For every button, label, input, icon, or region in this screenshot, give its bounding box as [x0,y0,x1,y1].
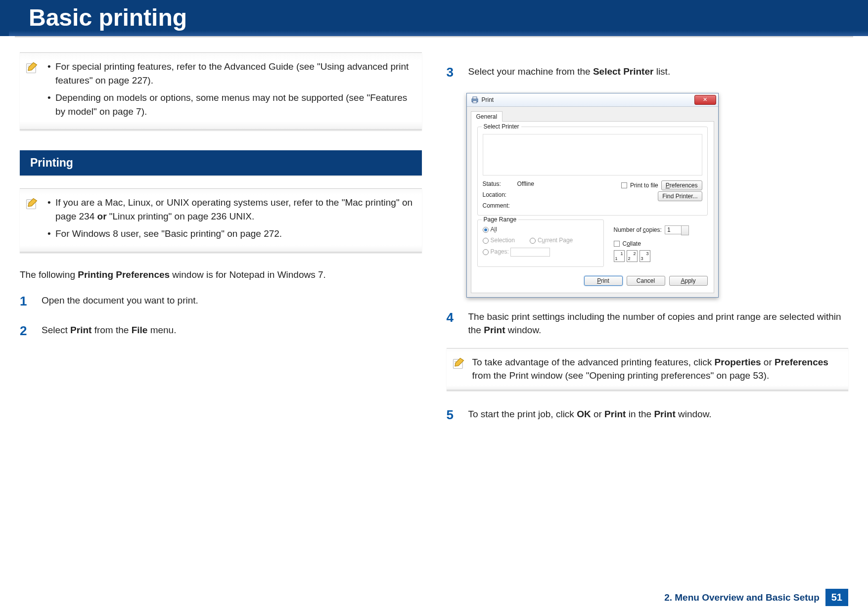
opt-pages-label: Pages: [491,248,509,255]
step-body: Select your machine from the Select Prin… [468,63,849,82]
radio-selection[interactable] [483,238,489,244]
step-3: 3 Select your machine from the Select Pr… [447,63,849,82]
preferences-label: references [670,182,698,189]
step-number: 4 [447,308,458,337]
preferences-button[interactable]: Preferences [661,180,702,190]
dialog-footer: Print Cancel Apply [477,276,708,286]
step-5: 5 To start the print job, click OK or Pr… [447,406,849,425]
step-body: Open the document you want to print. [42,292,422,311]
note2-item-1: For Windows 8 user, see "Basic printing"… [46,227,417,241]
print-button[interactable]: Print [584,276,623,286]
radio-pages[interactable] [483,249,489,255]
content-area: For special printing features, refer to … [0,38,868,436]
note1-item-0: For special printing features, refer to … [46,60,417,87]
note-box-2: If you are a Mac, Linux, or UNIX operati… [20,188,422,253]
collate-label: Collate [623,240,641,247]
step-number: 3 [447,63,458,82]
copies-label: Number of copies: [614,226,662,233]
svg-rect-4 [473,101,477,103]
note-box-3: To take advantage of the advanced printi… [447,348,849,391]
location-label: Location: [483,191,517,201]
dialog-body: General Select Printer Status: Offline P… [467,107,718,297]
note-content: To take advantage of the advanced printi… [472,355,844,383]
opt-selection-label: Selection [491,237,515,244]
select-printer-list[interactable] [483,134,702,175]
step-4: 4 The basic print settings including the… [447,308,849,337]
radio-all[interactable] [483,227,489,233]
step-number: 1 [20,292,32,311]
copies-spinner[interactable]: 1 [665,225,683,234]
step-2: 2 Select Print from the File menu. [20,322,422,341]
note-icon [452,356,465,370]
note-content: For special printing features, refer to … [46,60,417,122]
step-body: To start the print job, click OK or Prin… [468,406,849,425]
print-dialog-screenshot: Print ✕ General Select Printer Status: O… [466,93,849,298]
print-to-file-checkbox[interactable] [621,182,627,188]
status-label: Status: [483,180,517,190]
dialog-titlebar: Print ✕ [467,93,718,107]
opt-all-label: All [491,226,497,233]
note-box-1: For special printing features, refer to … [20,52,422,131]
step-body: The basic print settings including the n… [468,308,849,337]
left-column: For special printing features, refer to … [20,52,422,436]
right-column: 3 Select your machine from the Select Pr… [447,52,849,436]
note-content: If you are a Mac, Linux, or UNIX operati… [46,196,417,245]
section-heading-printing: Printing [20,150,422,175]
tab-general[interactable]: General [471,111,503,122]
note1-item-1: Depending on models or options, some men… [46,91,417,118]
title-bar: Basic printing [0,0,868,36]
page-range-legend: Page Range [482,216,519,223]
select-printer-legend: Select Printer [482,123,521,130]
collate-illustration: 1 2 3 [614,250,703,262]
opt-current-label: Current Page [538,237,573,244]
printer-icon [471,96,479,103]
note2-item-0: If you are a Mac, Linux, or UNIX operati… [46,196,417,223]
radio-current-page[interactable] [530,238,536,244]
find-printer-button[interactable]: Find Printer... [658,191,702,201]
select-printer-fieldset: Select Printer Status: Offline Print to … [477,127,708,216]
page-range-fieldset: Page Range All Selection Current Page Pa… [477,219,604,267]
note-icon [25,197,39,211]
step-number: 5 [447,406,458,425]
cancel-button[interactable]: Cancel [627,276,665,286]
step-number: 2 [20,322,32,341]
dialog-title: Print [482,96,494,103]
apply-button[interactable]: Apply [669,276,708,286]
page-number: 51 [825,589,848,606]
tab-panel: Select Printer Status: Offline Print to … [471,121,714,293]
close-button[interactable]: ✕ [694,95,716,105]
print-to-file-label: Print to file [630,182,658,189]
step-1: 1 Open the document you want to print. [20,292,422,311]
note-icon [25,61,39,75]
status-value: Offline [517,180,534,190]
page-title: Basic printing [29,4,187,31]
intro-text: The following Printing Preferences windo… [20,268,422,282]
page-footer: 2. Menu Overview and Basic Setup 51 [664,589,848,606]
chapter-label: 2. Menu Overview and Basic Setup [664,592,820,603]
step-body: Select Print from the File menu. [42,322,422,341]
print-dialog: Print ✕ General Select Printer Status: O… [466,93,719,298]
comment-label: Comment: [483,202,517,209]
svg-rect-3 [473,97,477,99]
pages-input[interactable] [510,248,550,257]
collate-checkbox[interactable] [614,241,620,247]
copies-section: Number of copies: 1 Collate 1 2 [609,219,708,267]
